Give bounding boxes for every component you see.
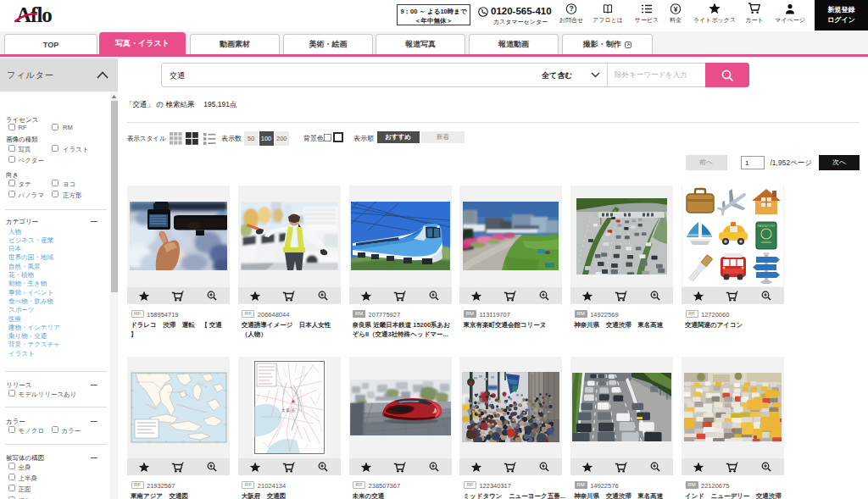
- svg-text:PASSPORT: PASSPORT: [757, 224, 776, 228]
- svg-text:¥: ¥: [674, 5, 678, 14]
- svg-text:大 阪 府: 大 阪 府: [281, 408, 296, 413]
- svg-text:?: ?: [569, 4, 573, 13]
